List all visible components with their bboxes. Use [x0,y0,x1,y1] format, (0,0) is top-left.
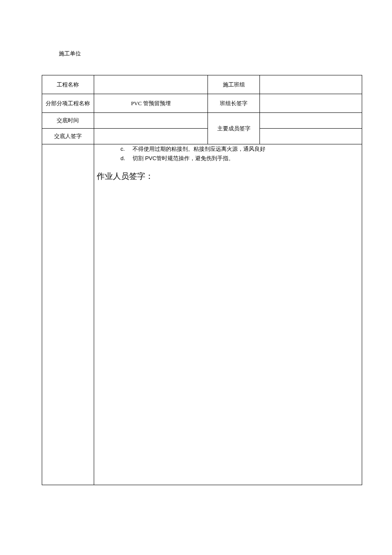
value-main-members-sign-bottom [260,129,362,144]
value-project-name [94,75,208,94]
value-discloser-sign [94,129,208,144]
content-body: c.不得使用过期的粘接剂。粘接剂应远离火源，通风良好 d.切割 PVC管时规范操… [94,144,362,485]
label-disclosure-time: 交底时间 [42,113,94,129]
label-team-leader-sign: 班组长签字 [208,94,260,113]
label-main-members-sign: 主要成员签字 [208,113,260,144]
disclosure-form-table: 工程名称 施工班组 分部分项工程名称 PVC 管预留预埋 班组长签字 交底时间 … [42,75,362,485]
label-project-name: 工程名称 [42,75,94,94]
value-main-members-sign-top [260,113,362,129]
item-d-text: 切割 PVC管时规范操作，避免伤到手指。 [133,155,234,161]
worker-signature-label: 作业人员签字： [94,171,362,182]
construction-unit-label: 施工单位 [59,50,81,58]
content-left-strip [42,144,94,485]
value-team-leader-sign [260,94,362,113]
list-item-c: c.不得使用过期的粘接剂。粘接剂应远离火源，通风良好 [94,144,362,154]
label-discloser-sign: 交底人签字 [42,129,94,144]
label-sub-project: 分部分项工程名称 [42,94,94,113]
item-d-marker: d. [121,154,133,163]
value-sub-project: PVC 管预留预埋 [94,94,208,113]
value-disclosure-time [94,113,208,129]
item-c-text: 不得使用过期的粘接剂。粘接剂应远离火源，通风良好 [133,146,265,152]
label-construction-team: 施工班组 [208,75,260,94]
item-c-marker: c. [121,144,133,154]
list-item-d: d.切割 PVC管时规范操作，避免伤到手指。 [94,154,362,163]
value-construction-team [260,75,362,94]
